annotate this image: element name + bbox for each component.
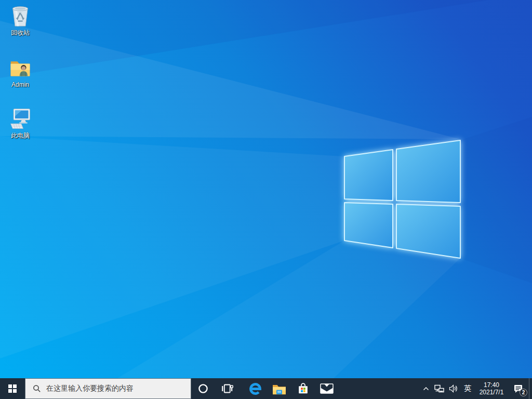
cortana-icon	[197, 383, 209, 394]
ethernet-icon	[434, 384, 444, 393]
this-pc-icon	[9, 107, 32, 131]
date-label: 2021/7/1	[480, 389, 504, 396]
time-label: 17:40	[484, 381, 499, 389]
search-icon	[33, 384, 41, 393]
start-button[interactable]	[0, 378, 25, 399]
taskbar-search-input[interactable]: 在这里输入你要搜索的内容	[25, 378, 191, 399]
cortana-button[interactable]	[191, 378, 215, 399]
taskbar: 在这里输入你要搜索的内容	[0, 378, 532, 399]
mail-icon	[320, 383, 334, 394]
search-placeholder: 在这里输入你要搜索的内容	[46, 384, 134, 393]
desktop-icon-label: 回收站	[11, 30, 30, 36]
desktop[interactable]: 回收站 Admin 此电脑	[0, 0, 532, 399]
show-desktop-button[interactable]	[529, 378, 532, 399]
wallpaper-windows-logo	[0, 0, 532, 399]
desktop-icon-label: 此电脑	[11, 132, 30, 139]
file-explorer-icon	[272, 383, 286, 395]
user-folder-icon	[9, 56, 32, 80]
taskbar-empty-area	[339, 378, 420, 399]
windows-logo-icon	[8, 384, 17, 393]
mail-button[interactable]	[315, 378, 339, 399]
task-view-button[interactable]	[215, 378, 239, 399]
language-label: 英	[464, 384, 471, 393]
desktop-icon-admin-folder[interactable]: Admin	[1, 56, 39, 88]
language-indicator[interactable]: 英	[460, 378, 475, 399]
network-button[interactable]	[432, 378, 446, 399]
edge-icon	[248, 382, 262, 396]
desktop-icon-label: Admin	[11, 82, 29, 88]
system-tray: 英 17:40 2021/7/1 2	[420, 378, 532, 399]
task-view-icon	[221, 382, 233, 395]
chevron-up-icon	[423, 386, 429, 391]
recycle-bin-icon	[9, 4, 32, 28]
desktop-icon-this-pc[interactable]: 此电脑	[1, 107, 39, 139]
speaker-icon	[449, 384, 458, 393]
store-icon	[297, 382, 310, 395]
edge-button[interactable]	[243, 378, 267, 399]
hidden-icons-button[interactable]	[420, 378, 432, 399]
volume-button[interactable]	[446, 378, 460, 399]
desktop-icon-recycle-bin[interactable]: 回收站	[1, 4, 39, 36]
action-center-button[interactable]: 2	[508, 378, 529, 399]
file-explorer-button[interactable]	[267, 378, 291, 399]
notification-badge: 2	[520, 389, 527, 396]
clock[interactable]: 17:40 2021/7/1	[475, 378, 508, 399]
store-button[interactable]	[291, 378, 315, 399]
